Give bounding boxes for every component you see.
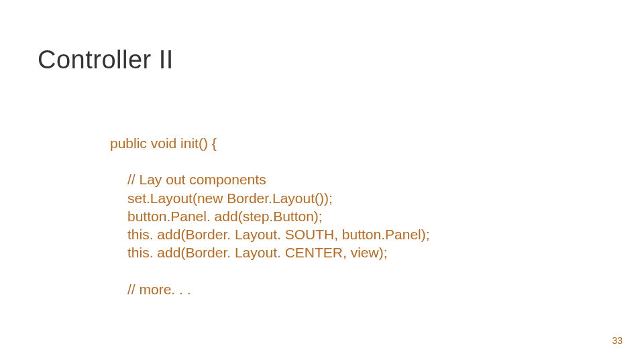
code-line: this. add(Border. Layout. CENTER, view); [110,243,430,261]
blank-line [110,262,430,280]
code-line: // Lay out components [110,170,430,188]
code-line: // more. . . [110,280,430,298]
code-line: set.Layout(new Border.Layout()); [110,189,430,207]
code-line: public void init() { [110,134,430,152]
code-line: this. add(Border. Layout. SOUTH, button.… [110,225,430,243]
code-block: public void init() { // Lay out componen… [110,134,430,298]
slide: Controller II public void init() { // La… [0,0,644,362]
slide-title: Controller II [38,46,174,74]
page-number: 33 [612,335,623,346]
blank-line [110,152,430,170]
code-line: button.Panel. add(step.Button); [110,207,430,225]
